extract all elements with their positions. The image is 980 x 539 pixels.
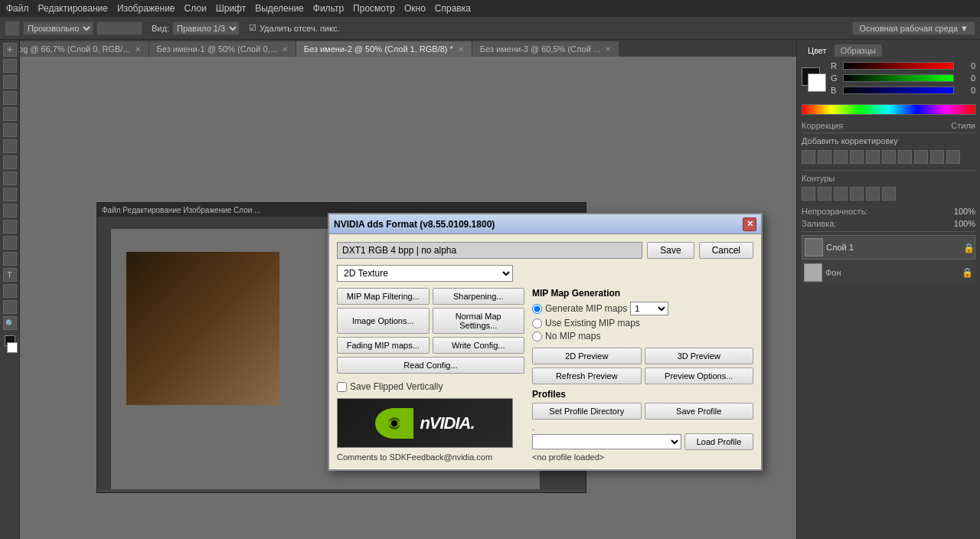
nvidia-comment: Comments to SDKFeedback@nvidia.com [337,452,524,462]
correction-icon-3[interactable] [834,150,848,164]
tab-1[interactable]: Без имени-1 @ 50% (Слой 0,... ✕ [149,41,296,57]
bg-window-menubar: Файл Редактирование Изображение Слои ... [102,206,261,214]
no-mip-label: No MIP maps [545,331,600,341]
contour-icon-1[interactable] [802,187,815,201]
tool-selector[interactable] [5,21,20,36]
normal-map-button[interactable]: Normal Map Settings... [433,308,525,334]
existing-mip-radio[interactable] [532,318,542,328]
profile-dropdown[interactable] [532,434,681,449]
generate-mip-radio[interactable] [532,304,542,314]
tab-3-close[interactable]: ✕ [605,45,611,54]
load-profile-button[interactable]: Load Profile [684,433,753,450]
set-profile-dir-button[interactable]: Set Profile Directory [532,403,642,420]
save-profile-button[interactable]: Save Profile [645,403,754,420]
correction-icon-8[interactable] [914,150,928,164]
shape-tool[interactable] [3,284,17,298]
correction-icon-10[interactable] [946,150,960,164]
hand-tool[interactable] [3,300,17,314]
correction-icon-5[interactable] [866,150,880,164]
bg-layer-label[interactable]: Фон [825,268,841,277]
texture-type-dropdown[interactable]: 2D TextureCube MapVolume Texture [337,265,513,282]
document-tabs: l2.jpg @ 66,7% (Слой 0, RGB/... ✕ Без им… [0,40,827,57]
eyedropper-tool[interactable] [3,107,17,121]
close-button[interactable]: ✕ [743,217,756,231]
preview-options-button[interactable]: Preview Options... [645,368,754,384]
tab-0[interactable]: l2.jpg @ 66,7% (Слой 0, RGB/... ✕ [0,41,149,57]
r-value: 0 [957,61,975,70]
background-color[interactable] [7,342,18,353]
preview-2d-button[interactable]: 2D Preview [532,348,642,364]
cancel-button[interactable]: Cancel [699,242,753,259]
menu-help[interactable]: Справка [435,3,471,14]
history-tool[interactable] [3,172,17,185]
blur-tool[interactable] [3,220,17,234]
move-tool[interactable]: ✛ [3,43,17,57]
heal-tool[interactable] [3,123,17,137]
correction-icon-7[interactable] [898,150,912,164]
image-options-button[interactable]: Image Options... [337,308,430,334]
tab-2[interactable]: Без имени-2 @ 50% (Слой 1, RGB/8) * ✕ [296,41,472,57]
layer1-label[interactable]: Слой 1 [826,243,854,252]
contour-icon-6[interactable] [882,187,896,201]
preview-3d-button[interactable]: 3D Preview [645,348,754,364]
write-config-button[interactable]: Write Config... [433,337,525,354]
samples-tab[interactable]: Образцы [835,44,882,57]
menu-layers[interactable]: Слои [185,3,207,14]
tab-1-close[interactable]: ✕ [282,45,288,54]
lasso-tool[interactable] [3,75,17,89]
menu-image[interactable]: Изображение [117,3,175,14]
menu-select[interactable]: Выделение [255,3,304,14]
crop-tool[interactable] [3,91,17,105]
g-slider[interactable] [843,74,954,82]
workspace-selector[interactable]: Основная рабочая среда ▼ [852,21,975,35]
contour-icon-3[interactable] [834,187,848,201]
value-input[interactable] [96,21,142,35]
menu-filter[interactable]: Фильтр [313,3,344,14]
tab-3[interactable]: Без имени-3 @ 60,5% (Слой ... ✕ [472,41,619,57]
clone-tool[interactable] [3,155,17,169]
correction-icon-6[interactable] [882,150,896,164]
save-button[interactable]: Save [647,242,694,259]
color-spectrum[interactable] [802,104,975,115]
correction-icon-9[interactable] [930,150,944,164]
zoom-tool[interactable]: 🔍 [3,316,17,330]
contour-icon-4[interactable] [850,187,864,201]
save-flipped-checkbox[interactable] [337,382,347,392]
selection-tool[interactable] [3,59,17,73]
dodge-tool[interactable] [3,236,17,250]
no-mip-radio[interactable] [532,332,542,341]
fill-value[interactable]: 100% [954,219,975,228]
menu-view[interactable]: Просмотр [353,3,395,14]
mode-dropdown[interactable]: Произвольно [23,21,93,35]
text-tool[interactable]: T [3,268,17,282]
refresh-preview-button[interactable]: Refresh Preview [532,368,642,384]
color-tab[interactable]: Цвет [802,44,833,57]
menu-edit[interactable]: Редактирование [38,3,108,14]
mip-count-dropdown[interactable]: 1 2 4 8 [630,302,668,315]
path-tool[interactable] [3,252,17,266]
menu-window[interactable]: Окно [404,3,426,14]
color-swatch[interactable] [802,67,826,92]
r-slider[interactable] [843,62,954,70]
tab-0-close[interactable]: ✕ [135,45,141,54]
correction-icon-1[interactable] [802,150,815,164]
correction-icon-4[interactable] [850,150,864,164]
b-slider[interactable] [843,87,954,94]
sharpening-button[interactable]: Sharpening... [433,288,525,305]
opacity-value[interactable]: 100% [954,207,975,216]
contours-label: Контуры [802,174,835,183]
menu-file[interactable]: Файл [6,3,29,14]
gradient-tool[interactable] [3,204,17,217]
menu-font[interactable]: Шрифт [216,3,246,14]
view-dropdown[interactable]: Правило 1/3 [172,21,240,35]
brush-tool[interactable] [3,139,17,153]
correction-icon-2[interactable] [818,150,831,164]
tab-2-close[interactable]: ✕ [458,45,464,54]
contour-icon-5[interactable] [866,187,880,201]
eraser-tool[interactable] [3,188,17,201]
read-config-button[interactable]: Read Config... [337,357,524,374]
mip-filter-button[interactable]: MIP Map Filtering... [337,288,430,305]
fading-mip-button[interactable]: Fading MIP maps... [337,337,430,354]
contour-icon-2[interactable] [818,187,831,201]
bg-left-panel [97,229,111,489]
